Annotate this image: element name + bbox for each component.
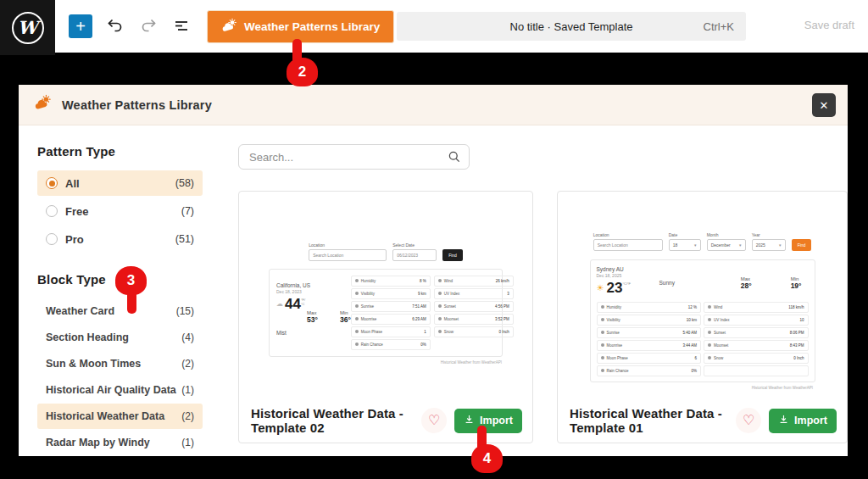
stat-icon	[708, 356, 711, 359]
favorite-button[interactable]: ♡	[421, 408, 447, 433]
redo-icon	[138, 15, 159, 38]
preview-stat-row: Sunrise 7:51 AM	[351, 301, 431, 312]
stat-icon	[708, 331, 711, 334]
option-label: All	[65, 177, 175, 190]
block-type-item[interactable]: Radar Map by Windy (1)	[37, 430, 203, 455]
chevron-down-icon: ▾	[694, 242, 697, 248]
search-box	[238, 144, 470, 170]
block-type-label: Historical Weather Data	[46, 410, 181, 422]
list-view-icon	[171, 15, 192, 38]
block-type-list: Weather Card (15) Section Heading (4) Su…	[37, 298, 203, 455]
stat-icon	[601, 331, 604, 334]
wordpress-logo[interactable]: W	[0, 0, 55, 55]
block-inserter-button[interactable]: +	[69, 14, 92, 38]
stat-value: 0%	[691, 369, 697, 373]
import-label: Import	[794, 415, 827, 426]
close-modal-button[interactable]: ✕	[812, 93, 836, 117]
pattern-type-option[interactable]: All (58)	[37, 170, 203, 196]
preview-form: Location Search Location Date 18▾ Month …	[593, 232, 812, 251]
min-value: 19°	[791, 281, 802, 290]
card-preview-thumbnail: Location Search Location Select Date 06/…	[239, 192, 532, 391]
command-shortcut: Ctrl+K	[704, 20, 734, 33]
stat-value: 4:56 PM	[495, 304, 509, 309]
close-icon: ✕	[820, 99, 829, 112]
stat-label: Visibility	[361, 292, 418, 296]
preview-attribution: Historical Weather from WeatherAPI	[441, 360, 502, 365]
document-title-pill[interactable]: No title · Saved Template Ctrl+K	[397, 12, 746, 41]
pointer-finger	[127, 288, 136, 314]
card-footer: Historical Weather Data - Template 01 ♡ …	[570, 406, 837, 435]
annotation-step-3: 3	[114, 266, 154, 319]
heart-icon: ♡	[428, 413, 440, 427]
preview-place: Sydney AU	[597, 266, 659, 272]
stat-label: Sunset	[444, 304, 495, 309]
preview-stat-row: Wind 26 km/h	[434, 276, 514, 287]
download-icon	[778, 414, 789, 427]
pattern-type-options: All (58) Free (7) Pro (51)	[37, 170, 203, 252]
block-type-item[interactable]: Section Heading (4)	[37, 325, 203, 350]
stat-value: 5:40 AM	[682, 331, 697, 335]
stat-value: 3:52 PM	[495, 317, 509, 321]
step-number: 2	[287, 58, 318, 86]
stat-value: 10	[799, 318, 804, 322]
favorite-button[interactable]: ♡	[736, 408, 761, 433]
preview-stat-row: Moonset 3:52 PM	[434, 314, 514, 325]
stat-icon	[355, 292, 359, 295]
stat-value: 0%	[420, 343, 426, 347]
block-type-count: (15)	[176, 305, 194, 317]
preview-year-select: 2025▾	[752, 239, 786, 251]
max-label: Max	[741, 276, 752, 281]
option-count: (7)	[181, 205, 194, 217]
preview-stat-row: Moonrise 6:29 AM	[351, 314, 431, 325]
preview-stat-row: Moon Phase 1	[351, 326, 431, 337]
radio-icon[interactable]	[46, 233, 58, 245]
stat-label: Wind	[714, 305, 788, 309]
stat-icon	[438, 317, 442, 320]
block-type-item[interactable]: Historical Air Quality Data (1)	[37, 377, 203, 403]
stat-label: Moon Phase	[361, 330, 424, 334]
max-value: 53°	[307, 315, 318, 324]
stat-label: Humidity	[607, 305, 688, 309]
stat-icon	[708, 318, 711, 321]
option-label: Pro	[65, 233, 175, 246]
radio-icon[interactable]	[46, 177, 58, 189]
preview-month-label: Month	[707, 232, 746, 237]
block-type-item[interactable]: Sun & Moon Times (2)	[37, 351, 203, 376]
save-draft-button[interactable]: Save draft	[804, 19, 854, 31]
document-title: No title · Saved Template	[510, 20, 633, 33]
stat-label: Moonset	[444, 317, 495, 321]
stat-label: Sunset	[714, 331, 790, 335]
max-value: 28°	[741, 281, 752, 290]
weather-cloud-sun-icon	[221, 18, 237, 36]
stat-label: Visibility	[607, 318, 687, 322]
preview-date-label: Date	[669, 232, 701, 237]
preview-temp: 23	[606, 281, 622, 295]
stat-value: 1	[424, 330, 426, 334]
search-input[interactable]	[238, 144, 470, 170]
redo-button[interactable]	[136, 14, 161, 39]
stat-label: Moon Phase	[607, 356, 695, 360]
stat-value: 8:43 PM	[790, 343, 804, 348]
stat-value: 9 km	[418, 292, 426, 296]
pattern-type-option[interactable]: Pro (51)	[37, 226, 203, 252]
import-button[interactable]: Import	[769, 409, 837, 433]
modal-title: Weather Patterns Library	[62, 98, 212, 112]
pattern-type-option[interactable]: Free (7)	[37, 198, 203, 224]
stat-icon	[355, 304, 359, 308]
preview-stat-row: Visibility 9 km	[351, 288, 431, 299]
stat-label: UV Index	[714, 318, 799, 322]
stat-icon	[355, 279, 359, 282]
option-count: (58)	[175, 177, 194, 189]
card-title: Historical Weather Data - Template 02	[251, 406, 414, 435]
library-button-label: Weather Patterns Library	[244, 20, 380, 33]
radio-icon[interactable]	[46, 205, 58, 217]
preview-month-select: December▾	[707, 239, 746, 251]
stat-value: 12 %	[688, 305, 697, 309]
stat-value: 10 km	[687, 318, 697, 322]
block-type-item[interactable]: Historical Weather Data (2)	[37, 404, 203, 429]
preview-date: Dec 18, 2023	[276, 289, 351, 294]
stat-value: 118 km/h	[788, 305, 804, 309]
undo-button[interactable]	[103, 14, 128, 39]
list-view-button[interactable]	[169, 14, 194, 39]
stat-icon	[601, 369, 604, 372]
